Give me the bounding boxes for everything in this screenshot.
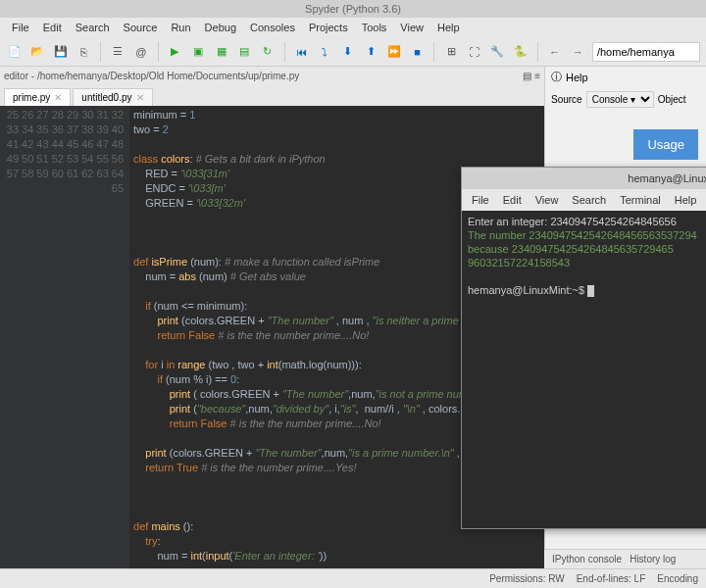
step-over-icon[interactable]: ⤵: [316, 43, 333, 61]
terminal-window[interactable]: hemanya@Linux File Edit View Search Term…: [461, 167, 706, 529]
open-folder-icon[interactable]: 📂: [29, 43, 47, 61]
status-permissions: Permissions: RW: [489, 573, 565, 584]
cursor-icon: [587, 285, 594, 297]
tab-history[interactable]: History log: [630, 554, 676, 564]
back-icon[interactable]: ←: [546, 43, 564, 61]
python-icon[interactable]: 🐍: [512, 43, 530, 61]
main-toolbar: 📄 📂 💾 ⎘ ☰ @ ▶ ▣ ▦ ▤ ↻ ⏮ ⤵ ⬇ ⬆ ⏩ ■ ⊞ ⛶ 🔧 …: [0, 37, 706, 67]
expand-icon[interactable]: ⛶: [466, 43, 483, 61]
run-cell-advance-icon[interactable]: ▦: [213, 43, 230, 61]
close-icon[interactable]: ✕: [136, 92, 144, 103]
terminal-output[interactable]: Enter an integer: 234094754254264845656 …: [462, 211, 706, 301]
menu-search[interactable]: Search: [70, 20, 116, 35]
at-icon[interactable]: @: [132, 43, 150, 61]
menu-edit[interactable]: Edit: [37, 20, 68, 35]
term-menu-view[interactable]: View: [530, 192, 565, 208]
menu-tools[interactable]: Tools: [356, 20, 393, 35]
stop-icon[interactable]: ■: [409, 43, 427, 61]
term-menu-edit[interactable]: Edit: [497, 192, 528, 208]
step-out-icon[interactable]: ⬆: [362, 43, 379, 61]
status-eol: End-of-lines: LF: [577, 573, 646, 584]
menu-file[interactable]: File: [6, 20, 35, 35]
list-icon[interactable]: ☰: [109, 43, 126, 61]
menu-projects[interactable]: Projects: [303, 20, 354, 35]
path-input[interactable]: [592, 42, 700, 62]
menu-source[interactable]: Source: [118, 20, 164, 35]
status-bar: Permissions: RW End-of-lines: LF Encodin…: [0, 568, 706, 588]
term-menu-terminal[interactable]: Terminal: [614, 192, 667, 208]
run-icon[interactable]: ▶: [167, 43, 184, 61]
term-menu-file[interactable]: File: [466, 192, 495, 208]
continue-icon[interactable]: ⏩: [385, 43, 403, 61]
term-menu-search[interactable]: Search: [566, 192, 612, 208]
save-icon[interactable]: 💾: [52, 43, 70, 61]
forward-icon[interactable]: →: [569, 43, 586, 61]
editor-options-icon[interactable]: ▤ ≡: [523, 71, 540, 81]
save-all-icon[interactable]: ⎘: [76, 43, 93, 61]
terminal-title: hemanya@Linux: [462, 168, 706, 189]
line-gutter: 25 26 27 28 29 30 31 32 33 34 35 36 37 3…: [0, 106, 129, 568]
status-encoding: Encoding: [657, 573, 698, 584]
grid-icon[interactable]: ⊞: [442, 43, 460, 61]
tab-ipython[interactable]: IPython console: [552, 554, 622, 564]
tab-prime[interactable]: prime.py✕: [4, 88, 71, 106]
menu-run[interactable]: Run: [165, 20, 196, 35]
help-info-icon: ⓘ: [551, 70, 562, 84]
menu-view[interactable]: View: [394, 20, 429, 35]
term-menu-help[interactable]: Help: [669, 192, 703, 208]
usage-button[interactable]: Usage: [633, 129, 698, 160]
editor-path-bar: editor - /home/hemanya/Desktop/Old Home/…: [0, 67, 544, 84]
menu-debug[interactable]: Debug: [199, 20, 242, 35]
rerun-icon[interactable]: ↻: [259, 43, 277, 61]
window-title: Spyder (Python 3.6): [0, 0, 706, 18]
bottom-tabs: IPython console History log: [544, 549, 706, 568]
run-cell-icon[interactable]: ▣: [189, 43, 207, 61]
run-selection-icon[interactable]: ▤: [235, 43, 253, 61]
wrench-icon[interactable]: 🔧: [489, 43, 507, 61]
help-title: Help: [566, 72, 588, 83]
main-menubar: File Edit Search Source Run Debug Consol…: [0, 18, 706, 37]
tab-untitled[interactable]: untitled0.py✕: [73, 88, 152, 106]
new-file-icon[interactable]: 📄: [6, 43, 24, 61]
terminal-prompt: hemanya@LinuxMint:~$: [468, 284, 587, 296]
step-in-icon[interactable]: ⬇: [339, 43, 357, 61]
close-icon[interactable]: ✕: [54, 92, 62, 103]
source-select[interactable]: Console ▾: [586, 91, 654, 108]
menu-help[interactable]: Help: [431, 20, 466, 35]
menu-consoles[interactable]: Consoles: [244, 20, 301, 35]
terminal-menubar: File Edit View Search Terminal Help: [462, 189, 706, 211]
debug-icon[interactable]: ⏮: [293, 43, 311, 61]
editor-tabs: prime.py✕ untitled0.py✕: [0, 84, 544, 106]
